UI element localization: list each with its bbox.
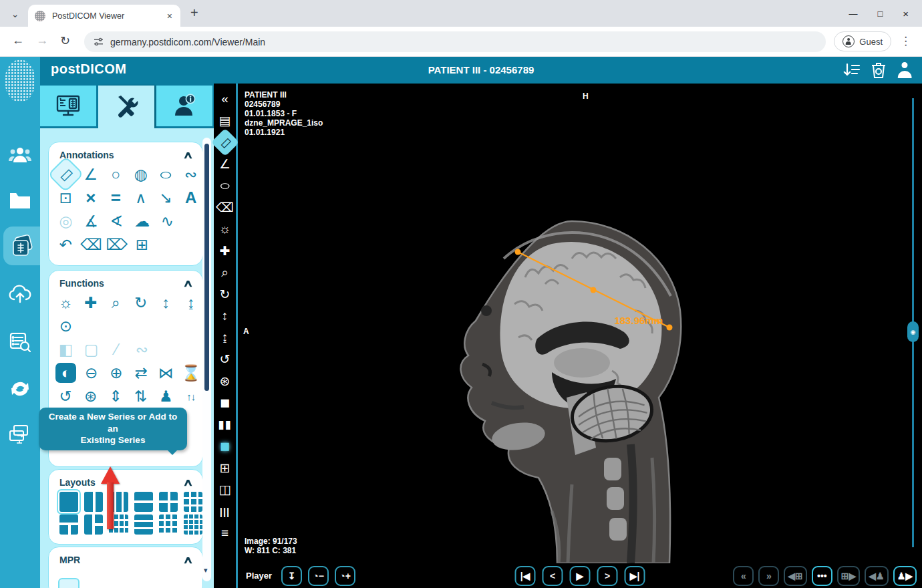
swap-order[interactable]: ↑↓ xyxy=(180,385,203,408)
layout-3row-outline[interactable]: ≡ xyxy=(215,523,235,543)
polyline-tool[interactable]: ∧ xyxy=(130,186,153,209)
undo-annotation[interactable]: ↶ xyxy=(54,233,78,256)
ellipse-tool[interactable]: ○ xyxy=(148,163,184,186)
reload-button[interactable]: ↻ xyxy=(60,33,70,48)
sidebar-item-folders[interactable] xyxy=(0,181,40,220)
sidebar-item-image-viewer[interactable] xyxy=(3,227,40,265)
back-button[interactable]: ← xyxy=(12,33,24,47)
pan-tool[interactable]: ✚ xyxy=(80,291,103,314)
next-image-button[interactable]: > xyxy=(597,566,618,586)
ellipse-tool[interactable]: ○ xyxy=(209,176,241,196)
spline-tool[interactable]: ∿ xyxy=(156,210,179,233)
layout-4x4[interactable] xyxy=(184,514,202,535)
rotate-tool[interactable]: ↻ xyxy=(130,291,153,314)
window-level-tool[interactable]: ☼ xyxy=(54,291,78,314)
collapse-panel[interactable]: « xyxy=(215,89,235,109)
cine-export-button[interactable]: ↧ xyxy=(281,566,302,586)
report-preview[interactable]: ▤ xyxy=(215,110,235,130)
rotate-tool[interactable]: ↻ xyxy=(215,284,235,304)
collapse-layouts-icon[interactable]: ∧ xyxy=(182,476,193,488)
first-image-button[interactable]: |◀ xyxy=(515,566,536,586)
layout-3x3-gapped[interactable] xyxy=(159,514,178,535)
collapse-vertical[interactable]: ⇅ xyxy=(130,385,153,408)
arrow-tool[interactable]: ↘ xyxy=(154,186,178,209)
last-image-button[interactable]: ▶| xyxy=(625,566,645,586)
previous-image-button[interactable]: < xyxy=(543,566,563,586)
magnify-tool[interactable]: ⌕ xyxy=(104,291,128,314)
erase-annotation[interactable]: ⌫ xyxy=(80,233,103,256)
rectangle-roi-tool[interactable]: ⊡ xyxy=(54,186,78,209)
layout-1x1[interactable] xyxy=(59,492,78,512)
cross-lines-tool[interactable]: × xyxy=(80,186,103,209)
patient-orientation[interactable]: ♟ xyxy=(154,385,178,408)
stack-tool[interactable]: ↨ xyxy=(215,327,235,347)
address-bar[interactable]: germany.postdicom.com/Viewer/Main xyxy=(84,31,826,52)
sidebar-item-users[interactable] xyxy=(0,136,40,174)
minimize-button[interactable]: — xyxy=(849,9,857,19)
layout-3x3[interactable] xyxy=(184,492,202,512)
collapse-mpr-icon[interactable]: ∧ xyxy=(182,554,193,566)
guest-account-button[interactable]: Guest xyxy=(834,31,891,51)
erase-all-annotations[interactable]: ⌦ xyxy=(105,233,128,256)
image-viewport[interactable]: 183.96mm PATIENT III 02456789 01.01.1853… xyxy=(238,84,922,563)
browser-menu-icon[interactable]: ⋮ xyxy=(900,34,911,48)
layout-split[interactable]: ◫ xyxy=(215,480,235,500)
rotate-ccw[interactable]: ↺ xyxy=(54,385,78,408)
mirror-vertical[interactable]: ⌛ xyxy=(180,361,202,384)
panel-scrollbar-thumb[interactable] xyxy=(204,144,209,391)
cobb-angle-tool[interactable]: ∢ xyxy=(105,210,128,233)
scroll-stack-tool[interactable]: ↕ xyxy=(215,306,235,326)
closed-freehand-tool[interactable]: ☁ xyxy=(130,210,154,233)
next-patient-button[interactable]: ♟▶ xyxy=(893,566,917,586)
pan-tool[interactable]: ✚ xyxy=(215,241,235,261)
eraser-tool[interactable]: ⌫ xyxy=(215,197,235,217)
sidebar-item-upload[interactable] xyxy=(0,275,40,313)
close-button[interactable]: × xyxy=(903,8,909,19)
open-angle-tool[interactable]: ∡ xyxy=(80,210,103,233)
window-level-tool[interactable]: ☼ xyxy=(215,219,235,239)
parallel-lines-tool[interactable]: = xyxy=(104,186,128,209)
text-annotation-tool[interactable]: A xyxy=(180,186,203,209)
collapse-annotations-icon[interactable]: ∧ xyxy=(182,149,193,161)
zoom-in[interactable]: ⊕ xyxy=(105,361,128,384)
layout-2x2-outline[interactable]: ⊞ xyxy=(215,458,235,478)
user-profile-icon[interactable] xyxy=(897,62,913,78)
maximize-button[interactable]: □ xyxy=(877,9,883,19)
stack-tool[interactable]: ↨ xyxy=(180,291,203,314)
layout-2col-filled[interactable]: ▮▮ xyxy=(215,414,235,434)
invert-image[interactable]: ◐ xyxy=(55,363,76,383)
expand-vertical[interactable]: ⇕ xyxy=(104,385,128,408)
layout-2row[interactable] xyxy=(134,492,153,512)
tab-tools[interactable] xyxy=(98,86,154,128)
sort-download-icon[interactable] xyxy=(843,62,861,78)
cine-rotate-ccw[interactable]: ↺ xyxy=(215,349,235,370)
zoom-out[interactable]: ⊖ xyxy=(80,361,102,384)
rotate-cw-auto[interactable]: ⊛ xyxy=(80,385,103,408)
tab-patient-info[interactable] xyxy=(156,86,212,126)
magnify-tool[interactable]: ⌕ xyxy=(215,263,235,283)
tab-search-button[interactable]: ⌄ xyxy=(7,5,23,22)
angle-tool[interactable]: ∠ xyxy=(215,154,235,174)
collapse-functions-icon[interactable]: ∧ xyxy=(182,277,193,289)
speed-up-button[interactable]: ◔+ xyxy=(335,566,355,586)
speed-down-button[interactable]: ◔− xyxy=(308,566,329,586)
layout-1top-2bottom[interactable] xyxy=(59,514,78,535)
mpr-partial-icon[interactable] xyxy=(59,579,78,588)
tab-viewer-display[interactable] xyxy=(40,86,96,126)
sidebar-item-worklist[interactable] xyxy=(0,323,40,361)
tab-close-icon[interactable]: × xyxy=(166,11,174,21)
circle-tool[interactable]: ○ xyxy=(104,163,128,186)
flip-horizontal[interactable]: ⇄ xyxy=(130,361,152,384)
layout-2x2[interactable] xyxy=(159,492,178,512)
panel-scroll-down-icon[interactable]: ▾ xyxy=(204,566,208,575)
layout-3row[interactable] xyxy=(134,514,153,535)
reset-view[interactable]: ⊙ xyxy=(54,315,78,337)
mirror-horizontal[interactable]: ⋈ xyxy=(154,361,177,384)
cine-settings[interactable]: ⊛ xyxy=(215,371,235,391)
length-tool[interactable]: ▭ xyxy=(49,158,82,190)
sidebar-item-screen-share[interactable] xyxy=(0,415,40,454)
play-button[interactable]: ▶ xyxy=(570,566,591,586)
recycle-bin-icon[interactable] xyxy=(871,61,886,79)
sidebar-item-sync[interactable] xyxy=(0,370,40,408)
scroll-stack-tool[interactable]: ↕ xyxy=(154,291,178,314)
